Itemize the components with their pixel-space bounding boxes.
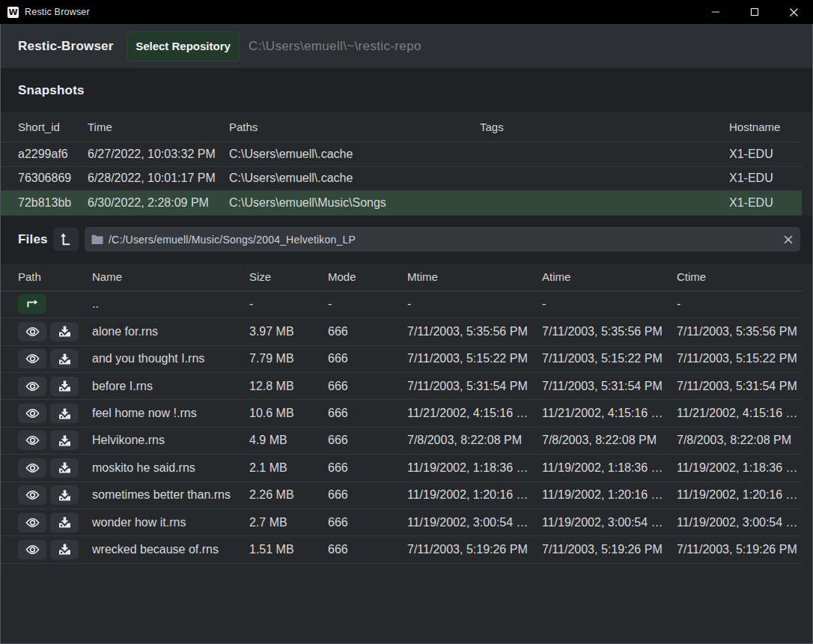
file-name: Helvikone.rns: [92, 434, 249, 447]
minimize-button[interactable]: [696, 0, 735, 24]
eye-icon: [25, 326, 40, 337]
eye-icon: [25, 517, 40, 528]
parent-directory-row[interactable]: .. - - - - -: [1, 291, 802, 318]
file-path-value: /C:/Users/emuell/Music/Songs/2004_Helvet…: [109, 234, 783, 246]
column-header-atime[interactable]: Atime: [542, 270, 677, 283]
file-name: and you thought I.rns: [92, 352, 249, 365]
file-mtime: 7/11/2003, 5:31:54 PM: [407, 380, 542, 393]
file-mtime: 11/21/2002, 4:15:16 …: [407, 407, 542, 420]
download-file-button[interactable]: [50, 377, 79, 396]
file-path-input[interactable]: /C:/Users/emuell/Music/Songs/2004_Helvet…: [85, 227, 800, 252]
snapshot-hostname: X1-EDU: [729, 171, 802, 185]
file-mtime: 7/8/2003, 8:22:08 PM: [407, 434, 542, 447]
file-name: ..: [92, 297, 249, 311]
eye-icon: [25, 435, 40, 446]
snapshots-table: Short_id Time Paths Tags Hostname a2299a…: [1, 112, 812, 216]
column-header-path[interactable]: Path: [18, 270, 92, 283]
file-row[interactable]: feel home now !.rns 10.6 MB 666 11/21/20…: [1, 400, 802, 427]
file-row[interactable]: alone for.rns 3.97 MB 666 7/11/2003, 5:3…: [1, 318, 802, 345]
file-mtime: 11/19/2002, 1:18:36 …: [407, 461, 542, 475]
clear-path-button[interactable]: [783, 234, 794, 245]
file-ctime: 7/11/2003, 5:35:56 PM: [677, 325, 802, 338]
select-repository-button[interactable]: Select Repository: [127, 31, 240, 61]
preview-file-button[interactable]: [18, 349, 46, 368]
open-parent-directory-button[interactable]: [18, 294, 46, 314]
app-window: W Restic Browser Restic-Browser Select R…: [0, 0, 813, 644]
column-header-paths[interactable]: Paths: [229, 121, 480, 133]
column-header-tags[interactable]: Tags: [480, 121, 729, 133]
file-row[interactable]: moskito he said.rns 2.1 MB 666 11/19/200…: [1, 455, 802, 482]
files-toolbar: Files /C:/Users/emuell/Music/Songs/2004_…: [1, 216, 812, 264]
column-header-name[interactable]: Name: [92, 270, 249, 283]
column-header-hostname[interactable]: Hostname: [729, 121, 802, 133]
file-ctime: 11/21/2002, 4:15:16 …: [677, 407, 802, 420]
file-mode: 666: [328, 461, 407, 475]
download-icon: [58, 380, 71, 392]
download-file-button[interactable]: [50, 540, 79, 559]
file-atime: 11/19/2002, 1:18:36 …: [542, 461, 677, 475]
file-mode: 666: [328, 352, 407, 365]
snapshot-row[interactable]: 76306869 6/28/2022, 10:01:17 PM C:\Users…: [1, 167, 802, 192]
repository-path[interactable]: C:\Users\emuell\~\restic-repo: [249, 39, 421, 54]
file-name: moskito he said.rns: [92, 461, 249, 475]
snapshot-row[interactable]: a2299af6 6/27/2022, 10:03:32 PM C:\Users…: [1, 142, 802, 167]
file-row[interactable]: and you thought I.rns 7.79 MB 666 7/11/2…: [1, 346, 802, 373]
column-header-mtime[interactable]: Mtime: [407, 270, 542, 283]
file-size: 1.51 MB: [249, 543, 328, 556]
preview-file-button[interactable]: [18, 458, 46, 478]
close-button[interactable]: [774, 0, 813, 24]
snapshot-paths: C:\Users\emuell\Music\Songs: [229, 196, 480, 210]
preview-file-button[interactable]: [18, 377, 46, 396]
eye-icon: [25, 490, 40, 500]
file-mtime: 11/19/2002, 3:00:54 …: [407, 516, 542, 529]
preview-file-button[interactable]: [18, 513, 46, 532]
file-row[interactable]: sometimes better than.rns 2.26 MB 666 11…: [1, 482, 802, 509]
files-title: Files: [18, 232, 53, 247]
maximize-icon: [750, 7, 759, 16]
snapshot-row-selected[interactable]: 72b813bb 6/30/2022, 2:28:09 PM C:\Users\…: [1, 191, 802, 216]
file-atime: 11/19/2002, 1:20:16 …: [542, 488, 677, 502]
column-header-size[interactable]: Size: [249, 270, 328, 283]
preview-file-button[interactable]: [18, 404, 46, 423]
file-mode: 666: [328, 407, 407, 420]
snapshot-hostname: X1-EDU: [729, 196, 802, 210]
file-mode: -: [328, 297, 407, 311]
clear-icon: [783, 234, 794, 245]
column-header-mode[interactable]: Mode: [328, 270, 407, 283]
download-file-button[interactable]: [50, 513, 79, 532]
download-file-button[interactable]: [50, 404, 79, 423]
preview-file-button[interactable]: [18, 540, 46, 559]
preview-file-button[interactable]: [18, 485, 46, 505]
maximize-button[interactable]: [735, 0, 774, 24]
file-atime: 11/19/2002, 3:00:54 …: [542, 516, 677, 529]
download-icon: [58, 353, 71, 365]
file-name: sometimes better than.rns: [92, 488, 249, 502]
download-file-button[interactable]: [50, 485, 79, 505]
download-file-button[interactable]: [50, 431, 79, 450]
file-row[interactable]: Helvikone.rns 4.9 MB 666 7/8/2003, 8:22:…: [1, 428, 802, 455]
file-size: 7.79 MB: [249, 352, 328, 365]
snapshot-time: 6/27/2022, 10:03:32 PM: [88, 148, 229, 161]
file-size: 2.26 MB: [249, 488, 328, 502]
file-size: 4.9 MB: [249, 434, 328, 447]
file-row[interactable]: wrecked because of.rns 1.51 MB 666 7/11/…: [1, 536, 802, 563]
eye-icon: [25, 381, 40, 392]
file-row[interactable]: before I.rns 12.8 MB 666 7/11/2003, 5:31…: [1, 373, 802, 400]
column-header-short-id[interactable]: Short_id: [18, 121, 88, 133]
file-row[interactable]: wonder how it.rns 2.7 MB 666 11/19/2002,…: [1, 509, 802, 536]
download-file-button[interactable]: [50, 349, 79, 368]
file-size: 10.6 MB: [249, 407, 328, 420]
preview-file-button[interactable]: [18, 431, 46, 450]
column-header-time[interactable]: Time: [88, 121, 229, 133]
snapshot-paths: C:\Users\emuell\.cache: [229, 171, 480, 185]
files-table-header: Path Name Size Mode Mtime Atime Ctime: [1, 264, 802, 291]
snapshot-short-id: 72b813bb: [18, 196, 88, 210]
snapshots-title: Snapshots: [18, 83, 85, 98]
download-icon: [58, 408, 71, 419]
file-name: wonder how it.rns: [92, 516, 249, 529]
column-header-ctime[interactable]: Ctime: [677, 270, 802, 283]
preview-file-button[interactable]: [18, 322, 46, 341]
download-file-button[interactable]: [50, 458, 79, 478]
go-to-root-button[interactable]: [53, 228, 79, 251]
download-file-button[interactable]: [50, 322, 79, 341]
